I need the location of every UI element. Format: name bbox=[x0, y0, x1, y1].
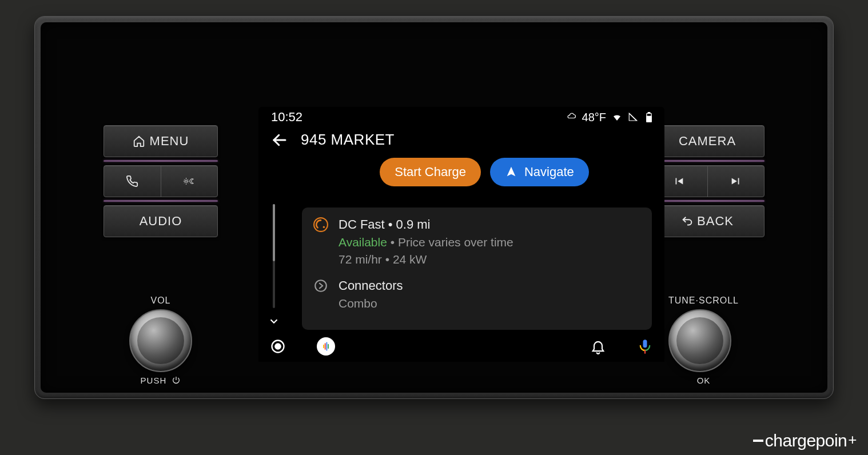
svg-line-5 bbox=[184, 179, 185, 180]
temperature: 48°F bbox=[582, 111, 606, 124]
clock: 10:52 bbox=[271, 110, 302, 125]
decorative-underline bbox=[650, 200, 765, 202]
station-card[interactable]: DC Fast • 0.9 mi Available • Price varie… bbox=[302, 207, 652, 330]
decorative-underline bbox=[103, 200, 218, 202]
microphone-icon[interactable] bbox=[637, 338, 653, 354]
left-button-cluster: MENU AUDIO bbox=[103, 125, 218, 240]
chargepoint-watermark: chargepoin + bbox=[753, 431, 857, 450]
start-charge-button[interactable]: Start Charge bbox=[380, 158, 481, 186]
right-button-cluster: CAMERA BACK bbox=[650, 125, 765, 240]
svg-point-0 bbox=[185, 180, 187, 182]
station-title: DC Fast • 0.9 mi bbox=[339, 215, 642, 234]
wifi-icon bbox=[612, 112, 622, 122]
connector-type: Combo bbox=[339, 295, 642, 312]
page-header: 945 MARKET bbox=[258, 127, 664, 158]
phone-icon bbox=[126, 175, 138, 187]
svg-point-16 bbox=[315, 280, 327, 292]
nav-rail bbox=[258, 331, 664, 362]
navigate-label: Navigate bbox=[524, 165, 574, 179]
phone-brightness-button[interactable] bbox=[103, 165, 218, 197]
skip-buttons[interactable] bbox=[650, 165, 765, 197]
brand-suffix: + bbox=[848, 431, 857, 449]
return-icon bbox=[681, 215, 694, 227]
back-button-physical[interactable]: BACK bbox=[650, 205, 765, 237]
svg-rect-22 bbox=[328, 344, 329, 349]
audio-label: AUDIO bbox=[140, 214, 182, 229]
station-row: DC Fast • 0.9 mi Available • Price varie… bbox=[312, 215, 642, 269]
brand-name: chargepoin bbox=[765, 431, 847, 450]
next-track-button[interactable] bbox=[708, 166, 765, 197]
assistant-button[interactable] bbox=[317, 337, 335, 356]
weather-icon bbox=[566, 112, 576, 122]
scrollbar-track[interactable] bbox=[273, 204, 275, 308]
menu-button[interactable]: MENU bbox=[103, 125, 218, 157]
svg-rect-21 bbox=[327, 342, 328, 351]
station-availability-line: Available • Price varies over time bbox=[339, 234, 642, 251]
decorative-underline bbox=[103, 160, 218, 162]
navigate-icon bbox=[505, 166, 517, 178]
brightness-button[interactable] bbox=[161, 166, 218, 197]
svg-point-15 bbox=[323, 226, 325, 228]
connectors-row[interactable]: Connectors Combo bbox=[312, 277, 642, 312]
svg-line-6 bbox=[187, 182, 188, 183]
svg-line-9 bbox=[630, 114, 636, 121]
battery-icon bbox=[644, 112, 654, 122]
volume-knob[interactable] bbox=[129, 309, 192, 372]
sun-moon-icon bbox=[183, 175, 196, 187]
camera-button[interactable]: CAMERA bbox=[650, 125, 765, 157]
svg-line-7 bbox=[184, 182, 185, 183]
cell-signal-icon bbox=[628, 112, 638, 122]
ok-label: OK bbox=[668, 376, 739, 385]
back-arrow-icon[interactable] bbox=[271, 131, 288, 149]
svg-rect-23 bbox=[643, 340, 647, 348]
svg-rect-20 bbox=[325, 343, 326, 350]
vol-label: VOL bbox=[129, 296, 192, 306]
svg-rect-11 bbox=[648, 112, 650, 113]
charge-rate: 72 mi/hr • 24 kW bbox=[339, 251, 642, 268]
svg-rect-12 bbox=[647, 116, 651, 122]
logo-dash-icon bbox=[753, 440, 763, 442]
scroll-indicator bbox=[265, 204, 282, 331]
action-row: Start Charge Navigate bbox=[258, 158, 664, 186]
connectors-label: Connectors bbox=[339, 277, 642, 295]
menu-label: MENU bbox=[150, 134, 189, 149]
start-charge-label: Start Charge bbox=[395, 165, 466, 179]
availability-status: Available bbox=[339, 236, 387, 249]
skip-forward-icon bbox=[730, 175, 742, 187]
tune-knob[interactable] bbox=[668, 309, 731, 372]
home-circle-icon[interactable] bbox=[270, 338, 286, 354]
price-info: Price varies over time bbox=[398, 236, 513, 249]
phone-button[interactable] bbox=[104, 166, 161, 197]
android-auto-screen: 10:52 48°F 945 MARKET Start Charge Navig… bbox=[258, 107, 664, 362]
status-right: 48°F bbox=[566, 111, 654, 124]
chargepoint-icon bbox=[313, 217, 328, 232]
camera-label: CAMERA bbox=[679, 134, 736, 149]
page-title: 945 MARKET bbox=[301, 131, 395, 149]
decorative-underline bbox=[650, 160, 765, 162]
chevron-down-icon[interactable] bbox=[268, 315, 280, 328]
volume-knob-group: VOL PUSH bbox=[129, 296, 192, 385]
svg-rect-19 bbox=[323, 345, 324, 349]
audio-button[interactable]: AUDIO bbox=[103, 205, 218, 237]
status-bar: 10:52 48°F bbox=[258, 107, 664, 127]
dashboard-frame: MENU AUDIO CAMERA bbox=[34, 16, 834, 399]
tune-knob-group: TUNE·SCROLL OK bbox=[668, 296, 739, 385]
power-icon bbox=[172, 376, 181, 385]
navigate-button[interactable]: Navigate bbox=[490, 158, 589, 186]
svg-line-8 bbox=[187, 179, 188, 180]
assistant-icon bbox=[320, 341, 332, 352]
connector-icon bbox=[313, 278, 328, 293]
tune-label: TUNE·SCROLL bbox=[668, 296, 739, 306]
back-label: BACK bbox=[697, 214, 734, 229]
push-power-label: PUSH bbox=[129, 376, 192, 385]
notification-bell-icon[interactable] bbox=[590, 338, 606, 354]
svg-point-18 bbox=[275, 344, 280, 349]
skip-back-icon bbox=[672, 175, 685, 187]
home-icon bbox=[133, 135, 145, 147]
